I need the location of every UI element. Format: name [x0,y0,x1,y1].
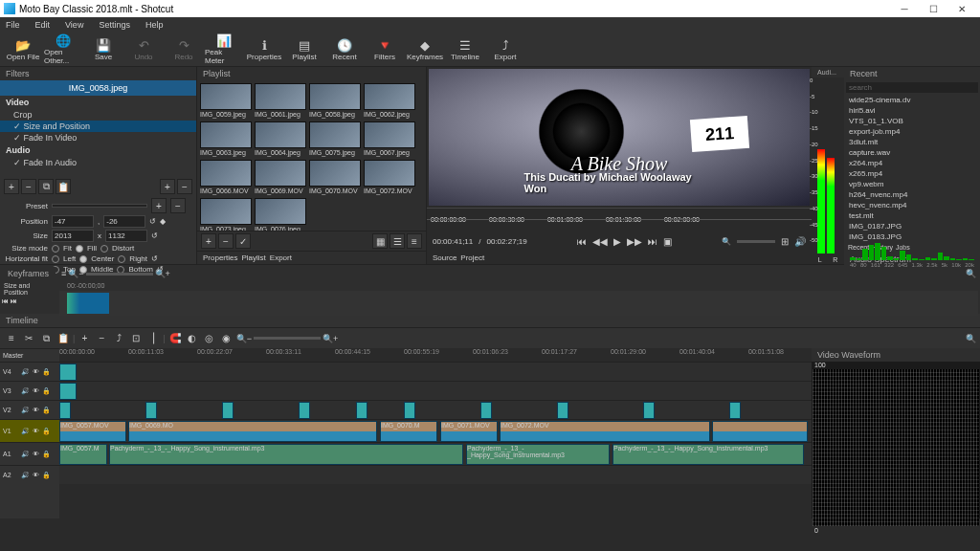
skip-start-icon[interactable]: ⏮ [577,236,587,247]
properties-button[interactable]: ℹProperties [245,34,283,65]
recent-search-input[interactable]: search [846,82,978,93]
playlist-thumb[interactable]: IMG_0061.jpeg [255,83,306,119]
maximize-button[interactable]: ☐ [919,0,947,17]
audio-clip[interactable]: IMG_0057.M [59,444,107,465]
clip[interactable] [299,402,310,419]
grid-icon[interactable]: ⊞ [781,236,789,247]
tl-paste-icon[interactable]: 📋 [56,331,71,346]
playlist-view1-button[interactable]: ▦ [372,233,388,249]
volume-icon[interactable]: 🔊 [794,236,806,247]
recent-button[interactable]: 🕓Recent [325,34,364,65]
recent-item[interactable]: x264.mp4 [844,158,980,168]
tl-menu-icon[interactable]: ≡ [4,331,19,346]
reset-icon[interactable]: ↺ [151,254,158,263]
track-v1[interactable]: IMG_0057.MOVIMG_0069.MOIMG_0070.MIMG_007… [59,419,812,442]
track-header-v1[interactable]: V1🔊👁🔒 [0,419,59,442]
preset-select[interactable] [52,204,147,208]
playlist-thumb[interactable]: IMG_0069.MOV [255,160,306,195]
playlist-thumb[interactable]: IMG_0064.jpeg [255,121,306,157]
menu-view[interactable]: View [61,20,87,30]
tl-ripple-icon[interactable]: ◎ [202,331,217,346]
recent-item[interactable]: export-job.mp4 [844,126,980,137]
clip[interactable] [729,402,741,419]
audio-clip[interactable]: Pachyderm_-_13_-_Happy_Song_instrumental… [109,444,463,465]
clip[interactable] [404,402,415,419]
audio-clip[interactable]: Pachyderm_-_13_-_Happy_Song_instrumental… [466,444,610,465]
filter-item[interactable]: ✓ Fade In Audio [0,157,196,168]
track-v4[interactable] [59,362,812,381]
tab-source[interactable]: Source [433,253,457,262]
playlist-check-button[interactable]: ✓ [235,233,251,249]
clip[interactable] [59,383,77,400]
clip[interactable] [59,402,71,419]
zoom-fit-icon[interactable]: 🔍 [966,334,976,343]
save-button[interactable]: 💾Save [84,34,122,65]
tl-ripple-all-icon[interactable]: ◉ [219,331,234,346]
zoom-slider[interactable] [737,240,775,243]
filter-item[interactable]: Crop [0,109,196,121]
recent-item[interactable]: vp9.webm [844,179,980,189]
extra-remove-button[interactable]: − [177,179,192,194]
fill-radio[interactable] [76,245,83,253]
playlist-thumb[interactable]: IMG_0070.MOV [309,160,361,195]
clip[interactable] [356,402,368,419]
playlist-thumb[interactable]: IMG_0066.MOV [200,160,252,195]
timeline-ruler[interactable]: 00:00:00:0000:00:11:0300:00:22:0700:00:3… [59,348,812,362]
clip[interactable] [59,364,77,381]
playlist-thumb[interactable]: IMG_0073.jpeg [200,198,252,231]
tl-lift-icon[interactable]: ⤴ [111,331,126,346]
playlist-remove-button[interactable]: − [218,233,234,249]
playlist-thumb[interactable]: IMG_0072.MOV [364,160,415,195]
tab-project[interactable]: Project [460,253,484,262]
add-filter-button[interactable]: + [4,179,19,194]
zoom-fit-icon[interactable]: 🔍 [966,269,976,278]
preset-remove-button[interactable]: − [170,198,186,213]
preset-add-button[interactable]: + [151,198,167,213]
track-header-v3[interactable]: V3🔊👁🔒 [0,381,59,400]
playlist-menu-button[interactable]: ≡ [407,233,422,249]
tl-scrub-icon[interactable]: ◐ [185,331,200,346]
tab-playlist[interactable]: Playlist [241,253,265,262]
recent-item[interactable]: hiri5.avi [844,105,980,116]
track-v2[interactable] [59,400,812,419]
menu-edit[interactable]: Edit [32,20,55,30]
clip[interactable] [480,402,492,419]
peak-meter-button[interactable]: 📊Peak Meter [205,34,243,65]
reset-icon[interactable]: ↺ [149,217,156,226]
tl-split-icon[interactable]: ⎮ [145,331,161,346]
video-clip[interactable] [712,421,808,442]
playlist-thumb[interactable]: IMG_0067.jpeg [364,121,415,157]
clip[interactable] [222,402,234,419]
timeline-button[interactable]: ☰Timeline [446,34,484,65]
track-a1[interactable]: IMG_0057.MPachyderm_-_13_-_Happy_Song_in… [59,442,812,465]
minimize-button[interactable]: ─ [890,0,919,17]
prev-frame-icon[interactable]: ◀◀ [592,236,608,247]
track-header-a1[interactable]: A1🔊👁🔒 [0,442,59,465]
video-clip[interactable]: IMG_0069.MO [128,421,377,442]
menu-file[interactable]: File [2,20,24,30]
video-clip[interactable]: IMG_0072.MOV [500,421,710,442]
undo-button[interactable]: ↶Undo [124,34,163,65]
recent-item[interactable]: VTS_01_1.VOB [844,116,980,126]
right-radio[interactable] [118,255,125,263]
skip-end-icon[interactable]: ⏭ [648,236,657,247]
clip[interactable] [557,402,568,419]
export-button[interactable]: ⤴Export [486,34,524,65]
open-file-button[interactable]: 📂Open File [4,34,42,65]
recent-item[interactable]: h264_nvenc.mp4 [844,189,980,200]
timeline-tracks[interactable]: 00:00:00:0000:00:11:0300:00:22:0700:00:3… [59,348,812,518]
recent-item[interactable]: wide25-cinema.dv [844,95,980,105]
fit-radio[interactable] [52,245,59,253]
track-header-a2[interactable]: A2🔊👁🔒 [0,465,59,484]
clip[interactable] [145,402,157,419]
zoom-in-icon[interactable]: 🔍+ [155,269,170,278]
track-header-v4[interactable]: V4🔊👁🔒 [0,362,59,381]
track-v3[interactable] [59,381,812,400]
play-icon[interactable]: ▶ [613,236,621,247]
playlist-thumb[interactable]: IMG_0075.jpeg [309,121,361,157]
video-clip[interactable]: IMG_0057.MOV [59,421,126,442]
keyframes-track[interactable] [59,291,978,316]
tl-cut-icon[interactable]: ✂ [21,331,36,346]
remove-filter-button[interactable]: − [21,179,36,194]
recent-item[interactable]: capture.wav [844,147,980,158]
